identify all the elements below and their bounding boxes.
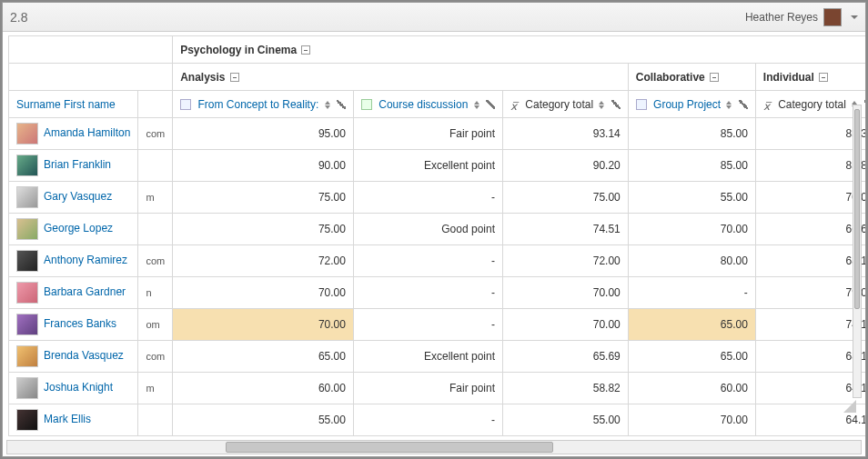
grade-cell[interactable]: 90.20 [503,150,629,182]
grade-cell[interactable]: 55.00 [173,436,354,437]
grade-cell[interactable]: - [628,277,755,309]
category-collaborative[interactable]: Collaborative [636,71,705,84]
grade-cell[interactable]: 70.00 [628,404,755,436]
student-name-link[interactable]: Barbara Gardner [44,285,126,298]
grade-cell[interactable]: - [353,182,502,214]
student-name-link[interactable]: Gary Vasquez [44,190,112,203]
grade-cell[interactable]: 70.00 [173,277,354,309]
grade-cell[interactable]: 55.00 [628,436,755,437]
grade-cell[interactable]: 65.00 [628,341,755,373]
category-analysis[interactable]: Analysis [180,71,225,84]
grade-cell[interactable]: 75.00 [503,182,629,214]
grade-cell[interactable]: 80.00 [628,245,755,277]
grade-cell[interactable]: - [353,245,502,277]
grade-cell[interactable]: 70.00 [755,182,865,214]
grade-cell[interactable]: 55.00 [628,182,755,214]
grade-cell[interactable]: 85.00 [628,118,755,150]
edit-icon[interactable] [337,100,346,109]
grade-cell[interactable]: 75.00 [173,214,354,245]
grade-cell[interactable]: - [353,277,502,309]
grade-cell[interactable]: 55.00 [503,404,629,436]
grade-cell[interactable]: 55.00 [173,404,354,436]
grade-cell[interactable]: 85.00 [628,150,755,182]
grade-cell[interactable]: 60.00 [628,373,755,404]
scrollbar-thumb[interactable] [226,442,553,453]
grade-cell[interactable]: 74.51 [503,214,629,245]
grade-cell[interactable]: 75.00 [173,182,354,214]
student-name-link[interactable]: Amanda Hamilton [44,126,130,139]
grade-cell[interactable]: 66.67 [755,214,865,245]
sort-icon[interactable] [325,101,330,109]
edit-icon[interactable] [739,100,748,109]
grade-cell[interactable]: 68.18 [755,245,865,277]
student-name-link[interactable]: Brian Franklin [44,158,111,171]
collapse-icon[interactable] [819,73,828,82]
scrollbar-thumb[interactable] [854,109,860,309]
grade-cell[interactable]: Excellent point [353,150,502,182]
grade-cell[interactable]: Fair point [353,436,502,437]
grade-cell[interactable]: Fair point [353,373,502,404]
sort-firstname[interactable]: First name [64,98,116,111]
vertical-scrollbar[interactable] [853,105,862,398]
grade-cell[interactable]: 70.00 [503,277,629,309]
grade-cell[interactable]: 70.00 [503,309,629,341]
avatar[interactable] [16,345,38,367]
sort-icon[interactable] [474,101,479,109]
grade-cell[interactable]: 70.00 [173,309,354,341]
grade-cell[interactable]: 70.00 [628,214,755,245]
avatar[interactable] [16,314,38,335]
col-discussion[interactable]: Course discussion [378,98,468,111]
edit-icon[interactable] [864,100,865,109]
avatar[interactable] [16,409,38,431]
user-menu[interactable]: Heather Reyes [745,8,858,26]
avatar[interactable] [16,155,38,176]
grade-cell[interactable]: 53.92 [503,436,629,437]
grade-cell[interactable]: 85.83 [755,150,865,182]
edit-icon[interactable] [611,100,621,109]
student-name-link[interactable]: Mark Ellis [44,413,91,425]
collapse-icon[interactable] [230,73,239,82]
sort-icon[interactable] [599,101,604,109]
resize-handle-icon[interactable] [843,400,856,413]
grade-cell[interactable]: 79.09 [755,277,865,309]
grade-cell[interactable]: 72.00 [503,245,629,277]
student-name-link[interactable]: Brenda Vasquez [44,349,124,362]
student-name-link[interactable]: George Lopez [44,222,113,234]
sort-surname[interactable]: Surname [16,98,61,111]
grade-cell[interactable]: 72.00 [173,245,354,277]
grade-cell[interactable]: Fair point [353,118,502,150]
grade-cell[interactable]: - [353,309,502,341]
grade-cell[interactable]: Good point [353,214,502,245]
avatar[interactable] [16,123,38,145]
student-name-link[interactable]: Anthony Ramirez [44,254,127,266]
horizontal-scrollbar[interactable] [6,440,862,454]
col-group-project[interactable]: Group Project [653,98,721,111]
edit-icon[interactable] [486,100,495,109]
grade-cell[interactable]: 65.00 [628,309,755,341]
grade-cell[interactable]: 95.00 [173,118,354,150]
course-title[interactable]: Psychology in Cinema [180,44,297,56]
grade-cell[interactable]: 83.33 [755,118,865,150]
grade-cell[interactable]: 65.00 [173,341,354,373]
col-concept[interactable]: From Concept to Reality: [198,98,322,111]
student-name-link[interactable]: Frances Banks [44,317,116,330]
grade-cell[interactable]: 60.00 [173,373,354,404]
avatar[interactable] [16,377,38,399]
grade-cell[interactable]: 90.00 [173,150,354,182]
sort-icon[interactable] [726,101,732,109]
grade-cell[interactable]: 58.33 [755,436,865,437]
avatar[interactable] [16,186,38,208]
collapse-icon[interactable] [301,45,310,55]
grade-cell[interactable]: Excellent point [353,341,502,373]
grade-cell[interactable]: 93.14 [503,118,629,150]
col-cat-total-2[interactable]: Category total [778,98,846,111]
category-individual[interactable]: Individual [763,71,814,84]
avatar[interactable] [16,282,38,304]
grade-cell[interactable]: 68.18 [755,341,865,373]
avatar[interactable] [16,218,38,240]
grade-cell[interactable]: 74.17 [755,309,865,341]
avatar[interactable] [16,250,38,272]
col-cat-total-1[interactable]: Category total [525,98,593,111]
grade-cell[interactable]: 65.69 [503,341,629,373]
collapse-icon[interactable] [710,73,719,82]
